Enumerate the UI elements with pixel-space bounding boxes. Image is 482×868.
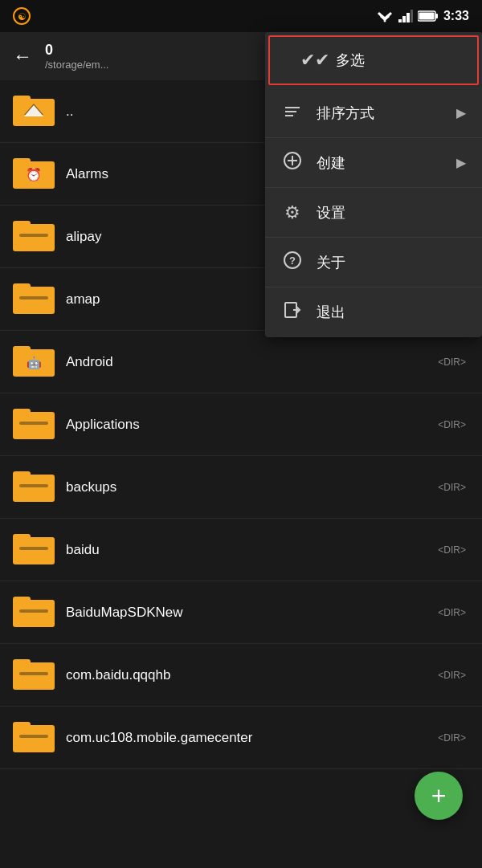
list-item-combaiduqqqhb[interactable]: com.baidu.qqqhb <DIR> — [0, 644, 482, 707]
menu-item-sort[interactable]: 排序方式 ▶ — [265, 88, 482, 138]
comuc108-folder-icon — [13, 717, 55, 759]
amap-folder-icon — [13, 279, 55, 320]
svg-rect-6 — [402, 16, 406, 22]
list-item-comuc108[interactable]: com.uc108.mobile.gamecenter <DIR> — [0, 707, 482, 769]
signal-icon — [398, 10, 413, 22]
menu-item-exit[interactable]: 退出 — [265, 287, 482, 337]
status-icons: 3:33 — [376, 9, 469, 23]
svg-rect-29 — [13, 221, 31, 229]
svg-text:?: ? — [289, 255, 296, 267]
backups-tag: <DIR> — [438, 482, 469, 493]
fab-icon: + — [431, 783, 447, 809]
svg-rect-44 — [19, 547, 48, 550]
baidumapsdknew-folder-icon — [13, 592, 55, 634]
baidu-folder-icon — [13, 529, 55, 571]
android-badge-icon: 🤖 — [27, 355, 42, 369]
sort-arrow: ▶ — [456, 105, 466, 120]
combaiduqqqhb-label: com.baidu.qqqhb — [66, 667, 438, 683]
sort-icon — [281, 103, 304, 124]
svg-rect-30 — [19, 234, 48, 237]
menu-item-settings[interactable]: ⚙ 设置 — [265, 188, 482, 238]
menu-item-about[interactable]: ? 关于 — [265, 238, 482, 287]
applications-tag: <DIR> — [438, 419, 469, 430]
svg-rect-40 — [13, 471, 31, 479]
applications-label: Applications — [66, 417, 438, 433]
status-bar: ☯ 3:33 — [0, 0, 482, 32]
svg-rect-32 — [13, 283, 31, 291]
menu-item-multiselect[interactable]: ✔✔ 多选 — [268, 35, 479, 85]
svg-rect-11 — [419, 13, 434, 20]
backups-label: backups — [66, 479, 438, 495]
multiselect-icon: ✔✔ — [300, 50, 323, 71]
svg-point-4 — [383, 20, 386, 22]
fab-button[interactable]: + — [415, 772, 463, 820]
svg-rect-52 — [13, 722, 31, 730]
baidumapsdknew-label: BaiduMapSDKNew — [66, 605, 438, 621]
up-folder-icon — [13, 91, 55, 132]
alarms-folder-icon: ⏰ — [13, 153, 55, 195]
battery-icon — [418, 10, 439, 22]
settings-icon: ⚙ — [281, 202, 304, 223]
applications-folder-icon — [13, 404, 55, 446]
ghost-icon: ☯ — [13, 7, 31, 25]
alipay-folder-icon — [13, 216, 55, 258]
wifi-icon — [376, 10, 394, 22]
comuc108-label: com.uc108.mobile.gamecenter — [66, 730, 438, 746]
baidu-label: baidu — [66, 542, 438, 558]
comuc108-tag: <DIR> — [438, 732, 469, 744]
about-icon: ? — [281, 251, 304, 274]
svg-rect-53 — [19, 735, 48, 738]
list-item-backups[interactable]: backups <DIR> — [0, 456, 482, 519]
combaiduqqqhb-folder-icon — [13, 654, 55, 696]
multiselect-label: 多选 — [336, 51, 447, 70]
status-left: ☯ — [13, 7, 31, 25]
list-item-baidumapsdknew[interactable]: BaiduMapSDKNew <DIR> — [0, 581, 482, 644]
header-path: /storage/em... — [45, 59, 108, 71]
svg-rect-5 — [398, 19, 402, 22]
menu-item-create[interactable]: 创建 ▶ — [265, 138, 482, 188]
svg-rect-41 — [19, 484, 48, 487]
svg-rect-23 — [13, 96, 31, 104]
svg-rect-49 — [13, 659, 31, 667]
svg-text:☯: ☯ — [18, 11, 27, 22]
list-item-applications[interactable]: Applications <DIR> — [0, 393, 482, 456]
svg-rect-7 — [406, 13, 410, 22]
create-arrow: ▶ — [456, 155, 466, 170]
baidumapsdknew-tag: <DIR> — [438, 607, 469, 618]
svg-rect-37 — [13, 409, 31, 417]
exit-label: 退出 — [317, 303, 466, 322]
backups-folder-icon — [13, 467, 55, 508]
list-item-baidu[interactable]: baidu <DIR> — [0, 519, 482, 581]
svg-rect-27 — [13, 158, 31, 166]
combaiduqqqhb-tag: <DIR> — [438, 670, 469, 681]
settings-label: 设置 — [317, 203, 466, 222]
sort-label: 排序方式 — [317, 104, 443, 123]
alarm-badge-icon: ⏰ — [26, 167, 42, 182]
svg-rect-33 — [19, 296, 48, 300]
status-time: 3:33 — [443, 9, 469, 23]
android-tag: <DIR> — [438, 357, 469, 368]
svg-rect-10 — [435, 14, 438, 18]
svg-rect-50 — [19, 672, 48, 675]
svg-rect-8 — [411, 10, 413, 22]
svg-rect-43 — [13, 534, 31, 542]
android-folder-icon: 🤖 — [13, 341, 55, 383]
svg-rect-46 — [13, 597, 31, 605]
create-label: 创建 — [317, 153, 443, 173]
exit-icon — [281, 301, 304, 324]
baidu-tag: <DIR> — [438, 544, 469, 556]
back-button[interactable]: ← — [13, 45, 32, 67]
svg-rect-38 — [19, 422, 48, 425]
svg-rect-35 — [13, 346, 31, 354]
list-item-android[interactable]: 🤖 Android <DIR> — [0, 331, 482, 393]
header-count: 0 — [45, 42, 108, 59]
header-info: 0 /storage/em... — [45, 42, 108, 71]
about-label: 关于 — [317, 253, 466, 272]
android-label: Android — [66, 354, 438, 370]
create-icon — [281, 152, 304, 174]
context-menu: ✔✔ 多选 排序方式 ▶ 创建 ▶ ⚙ 设置 — [265, 32, 482, 337]
svg-rect-47 — [19, 609, 48, 613]
